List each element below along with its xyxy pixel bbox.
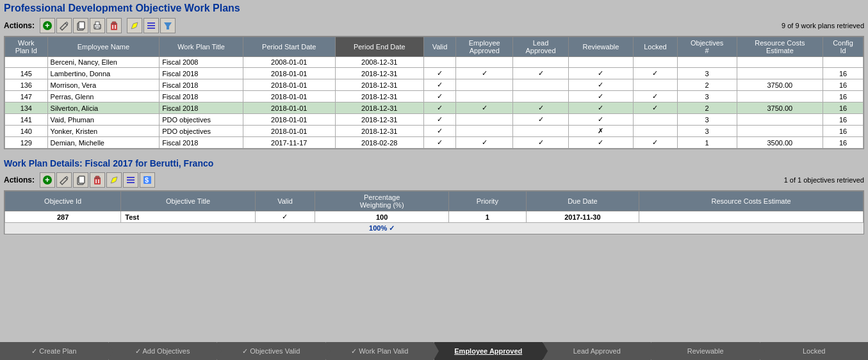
status-item-7[interactable]: Locked	[760, 342, 869, 360]
obj-col-id: Objective Id	[5, 192, 121, 211]
obj-cost-button[interactable]: $	[140, 172, 155, 188]
svg-rect-5	[95, 22, 99, 25]
status-item-1[interactable]: ✓ Add Objectives	[109, 342, 218, 360]
obj-col-weighting: PercentageWeighting (%)	[315, 192, 449, 211]
export-button[interactable]	[143, 18, 159, 33]
obj-col-resource: Resource Costs Estimate	[639, 192, 864, 211]
page-title: Professional Development Objective Work …	[4, 3, 864, 14]
table-row[interactable]: 140Yonker, KristenPDO objectives2018-01-…	[5, 126, 864, 137]
svg-text:$: $	[145, 176, 149, 184]
svg-marker-16	[164, 22, 172, 29]
print-button[interactable]	[90, 18, 105, 33]
col-resource-costs: Resource CostsEstimate	[737, 37, 823, 57]
svg-text:+: +	[45, 20, 50, 30]
status-item-4[interactable]: Employee Approved	[434, 342, 543, 360]
obj-edit-button[interactable]	[56, 172, 72, 188]
records-count: 9 of 9 work plans retrieved	[782, 22, 864, 29]
svg-text:+: +	[45, 175, 50, 184]
obj-export-button[interactable]	[123, 172, 138, 188]
col-workplan-id: WorkPlan Id	[5, 37, 48, 57]
col-locked: Locked	[634, 37, 678, 57]
svg-marker-12	[131, 22, 138, 29]
table-row[interactable]: 141Vaid, PhumanPDO objectives2018-01-012…	[5, 114, 864, 126]
table-row[interactable]: 145Lambertino, DonnaFiscal 20182018-01-0…	[5, 68, 864, 79]
obj-col-valid: Valid	[255, 192, 315, 211]
col-period-start: Period Start Date	[243, 37, 335, 57]
status-item-5[interactable]: Lead Approved	[543, 342, 652, 360]
col-emp-approved: EmployeeApproved	[456, 37, 513, 57]
status-item-6[interactable]: Reviewable	[651, 342, 760, 360]
status-bar: ✓ Create Plan✓ Add Objectives✓ Objective…	[0, 342, 868, 360]
table-row[interactable]: 147Perras, GlennFiscal 20182018-01-01201…	[5, 91, 864, 102]
delete-button[interactable]	[106, 18, 122, 33]
col-period-end: Period End Date	[335, 37, 423, 57]
obj-highlight-button[interactable]	[106, 172, 122, 188]
table-row[interactable]: 136Morrison, VeraFiscal 20182018-01-0120…	[5, 79, 864, 91]
svg-rect-3	[79, 22, 85, 29]
table-row[interactable]: 134Silverton, AliciaFiscal 20182018-01-0…	[5, 102, 864, 114]
obj-col-due-date: Due Date	[526, 192, 639, 211]
bottom-toolbar: Actions: + $ 1 of 1 objectives retr	[4, 172, 864, 188]
copy-button[interactable]	[73, 18, 88, 33]
svg-rect-6	[95, 27, 99, 29]
top-actions-label: Actions:	[4, 21, 35, 30]
bottom-actions-label: Actions:	[4, 176, 35, 184]
col-reviewable: Reviewable	[568, 37, 633, 57]
svg-rect-21	[94, 178, 101, 184]
total-row: 100% ✓	[5, 223, 864, 234]
col-work-plan-title: Work Plan Title	[160, 37, 243, 57]
obj-copy-button[interactable]	[73, 172, 88, 188]
status-item-2[interactable]: ✓ Objectives Valid	[217, 342, 326, 360]
add-button[interactable]: +	[40, 18, 55, 33]
table-row[interactable]: 122Berutti, Franco G.Fiscal 20172017-11-…	[5, 149, 864, 149]
svg-rect-7	[111, 24, 117, 30]
col-employee-name: Employee Name	[47, 37, 160, 57]
col-objectives-num: Objectives#	[677, 37, 737, 57]
table-row[interactable]: 129Demian, MichelleFiscal 20182017-11-17…	[5, 137, 864, 149]
list-item[interactable]: 287Test✓10012017-11-30	[5, 211, 864, 223]
table-row[interactable]: Berceni, Nancy, EllenFiscal 20082008-01-…	[5, 57, 864, 68]
objectives-table: Objective Id Objective Title Valid Perce…	[4, 190, 864, 234]
svg-rect-20	[79, 176, 85, 183]
status-item-0[interactable]: ✓ Create Plan	[0, 342, 109, 360]
highlight-button[interactable]	[127, 18, 142, 33]
col-config-id: ConfigId	[823, 37, 864, 57]
filter-button[interactable]	[160, 18, 176, 33]
objectives-count: 1 of 1 objectives retrieved	[784, 176, 864, 184]
svg-marker-26	[111, 177, 117, 183]
obj-delete-button[interactable]	[90, 172, 105, 188]
obj-col-title: Objective Title	[121, 192, 255, 211]
col-lead-approved: LeadApproved	[513, 37, 568, 57]
status-item-3[interactable]: ✓ Work Plan Valid	[326, 342, 435, 360]
col-valid: Valid	[423, 37, 455, 57]
obj-add-button[interactable]: +	[40, 172, 55, 188]
work-plan-details-title: Work Plan Details: Fiscal 2017 for Berut…	[4, 158, 864, 168]
top-toolbar: Actions: +	[4, 18, 864, 33]
edit-button[interactable]	[56, 18, 72, 33]
obj-col-priority: Priority	[449, 192, 526, 211]
work-plans-table: WorkPlan Id Employee Name Work Plan Titl…	[4, 36, 864, 149]
